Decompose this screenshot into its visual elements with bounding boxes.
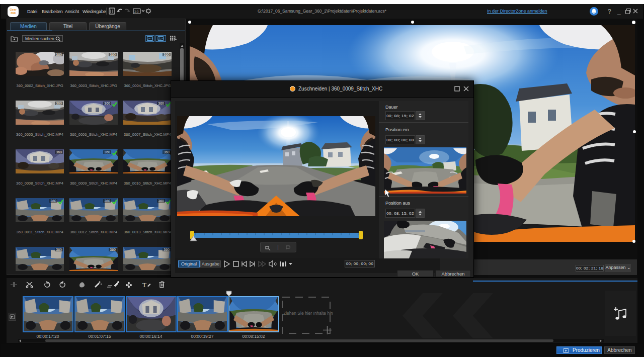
svg-text:2:3: 2:3 [134,10,139,13]
svg-text:T: T [142,281,146,289]
